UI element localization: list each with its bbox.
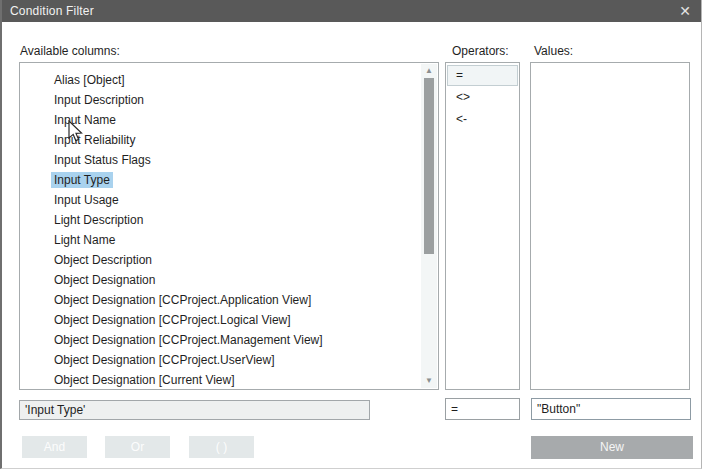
scroll-down-icon[interactable]: ▼ <box>421 374 437 388</box>
condition-filter-dialog: Condition Filter ✕ Available columns: Op… <box>0 0 702 469</box>
list-item[interactable]: Object Designation [CCProject.UserView] <box>20 350 438 370</box>
scrollbar-thumb[interactable] <box>424 78 434 254</box>
vertical-scrollbar[interactable]: ▲ ▼ <box>421 64 437 388</box>
list-item[interactable]: Object Designation [CCProject.Applicatio… <box>20 290 438 310</box>
list-item[interactable]: Alias [Object] <box>20 70 438 90</box>
list-item[interactable]: Input Usage <box>20 190 438 210</box>
operators-label: Operators: <box>452 44 509 58</box>
list-item[interactable]: Light Name <box>20 230 438 250</box>
list-item[interactable]: Object Designation [CCProject.Logical Vi… <box>20 310 438 330</box>
scroll-up-icon[interactable]: ▲ <box>421 64 437 78</box>
dialog-title: Condition Filter <box>2 4 94 18</box>
list-item-selected[interactable]: Input Type <box>20 170 438 190</box>
available-columns-label: Available columns: <box>20 44 120 58</box>
list-item[interactable]: Input Name <box>20 110 438 130</box>
list-item[interactable]: Input Reliability <box>20 130 438 150</box>
values-label: Values: <box>534 44 573 58</box>
available-columns-listbox[interactable]: Alias [Object] Input Description Input N… <box>19 62 439 390</box>
expression-operator-field[interactable]: = <box>445 398 520 420</box>
list-item[interactable]: Object Designation [CCProject.Management… <box>20 330 438 350</box>
expression-value-field[interactable]: "Button" <box>531 398 691 420</box>
list-item[interactable]: Input Description <box>20 90 438 110</box>
list-item[interactable]: Object Designation <box>20 270 438 290</box>
and-button[interactable]: And <box>22 436 87 458</box>
scrollbar-track[interactable] <box>421 78 437 374</box>
list-item[interactable]: Object Description <box>20 250 438 270</box>
list-item[interactable]: Light Description <box>20 210 438 230</box>
dialog-titlebar[interactable]: Condition Filter ✕ <box>2 0 701 22</box>
list-item[interactable]: Object Designation [Current View] <box>20 370 438 390</box>
new-button[interactable]: New <box>531 436 693 459</box>
operator-item[interactable]: <> <box>447 87 518 108</box>
operators-listbox[interactable]: = <> <- <box>445 62 520 390</box>
operator-item[interactable]: <- <box>447 109 518 130</box>
values-listbox[interactable] <box>530 62 690 390</box>
list-item[interactable]: Input Status Flags <box>20 150 438 170</box>
parentheses-button[interactable]: ( ) <box>189 436 254 458</box>
expression-column-field[interactable]: 'Input Type' <box>19 400 370 420</box>
operator-item-selected[interactable]: = <box>447 65 518 86</box>
close-icon[interactable]: ✕ <box>673 0 697 22</box>
or-button[interactable]: Or <box>105 436 170 458</box>
